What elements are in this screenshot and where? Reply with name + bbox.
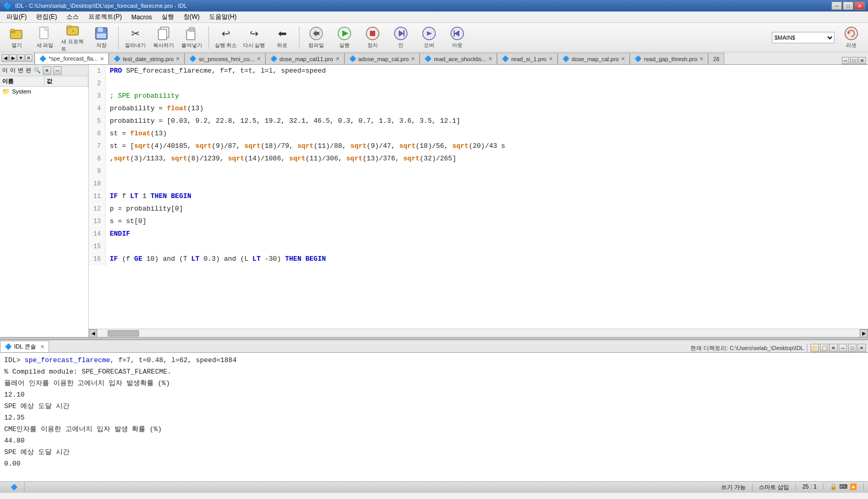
tab-test-date-close[interactable]: ✕ <box>176 56 180 62</box>
cut-button[interactable]: ✂ 잘라내기 <box>122 25 149 51</box>
step-over-icon <box>421 26 437 41</box>
reset-button[interactable]: 리셋 <box>838 25 865 51</box>
new-file-button[interactable]: 새 파일 <box>31 25 59 51</box>
menu-window[interactable]: 창(W) <box>179 12 204 22</box>
tab-list-btn[interactable]: ▼ <box>17 54 25 62</box>
line-num-3: 3 <box>89 90 106 102</box>
svg-text:+: + <box>72 28 75 34</box>
h-scroll-thumb[interactable] <box>108 330 139 336</box>
step-over-button[interactable]: 오버 <box>415 25 443 51</box>
console-result-5: SPE 예상 도달 시간 <box>4 402 70 410</box>
tab-gap-close[interactable]: ✕ <box>699 56 703 62</box>
console-output[interactable]: IDL> spe_forecast_flarecme, f=7, t=0.48,… <box>0 353 868 481</box>
maximize-button[interactable]: □ <box>843 2 853 10</box>
tab-bar-right: ─ □ ✕ <box>842 57 868 64</box>
menu-run[interactable]: 실행 <box>157 12 178 22</box>
line-content-11: IF f LT 1 THEN BEGIN <box>106 190 191 203</box>
minimize-button[interactable]: ─ <box>831 2 842 10</box>
open-icon <box>8 26 25 41</box>
tab-adose-close[interactable]: ✕ <box>411 56 415 62</box>
tab-close-btn[interactable]: ✕ <box>859 57 866 64</box>
save-button[interactable]: 저장 <box>88 25 115 51</box>
tab-sc-close[interactable]: ✕ <box>257 56 261 62</box>
console-close-btn[interactable]: ✕ <box>858 344 866 352</box>
run-button[interactable]: 실행 <box>331 25 358 51</box>
step-out-button[interactable]: 아웃 <box>444 25 471 51</box>
tab-read-ace[interactable]: 🔷 read_ace_shocklis... ✕ <box>420 53 497 64</box>
tab-close-all[interactable]: ✕ <box>25 54 32 62</box>
toolbar-sep-3 <box>299 26 299 49</box>
menu-source[interactable]: 소스 <box>62 12 83 22</box>
console-tab-close[interactable]: ✕ <box>40 344 44 350</box>
sidebar-item-system[interactable]: 📁 System <box>0 87 88 96</box>
undo-button[interactable]: ↩ 실행 취소 <box>212 25 239 51</box>
sidebar-min-btn[interactable]: ─ <box>53 66 62 75</box>
reset-label: 리셋 <box>846 42 857 49</box>
tab-ace-close[interactable]: ✕ <box>488 56 492 62</box>
code-line-9: 9 <box>89 165 868 178</box>
tab-nav-left[interactable]: ◀ <box>2 54 9 62</box>
console-copy-btn[interactable]: 📋 <box>820 344 828 352</box>
code-area[interactable]: 1 PRO SPE_forecast_flarecme, f=f, t=t, l… <box>89 65 868 329</box>
tab-read-si[interactable]: 🔷 read_si_1.pro ✕ <box>497 53 557 64</box>
redo-button[interactable]: ↪ 다시 실행 <box>240 25 268 51</box>
tab-min-btn[interactable]: ─ <box>842 57 849 64</box>
h-scroll-right-btn[interactable]: ▶ <box>860 329 868 338</box>
tab-dose-map-cal[interactable]: 🔷 dose_map_cal.pro ✕ <box>558 53 630 64</box>
step-out-icon <box>449 26 466 41</box>
console-tab-idl[interactable]: 🔷 IDL 콘솔 ✕ <box>0 341 49 352</box>
tab-spe-forecast[interactable]: 🔷 *spe_forecast_fla... ✕ <box>34 53 109 64</box>
menu-project[interactable]: 프로젝트(P) <box>84 12 126 22</box>
console-result-10: 0.00 <box>4 460 20 468</box>
console-min-btn[interactable]: ─ <box>839 344 847 352</box>
console-max-btn[interactable]: □ <box>848 344 857 352</box>
folder-icon: 📁 <box>2 88 10 95</box>
console-open-dir[interactable]: 📁 <box>811 344 819 352</box>
tab-dose-map-cal11[interactable]: 🔷 dose_map_cal11.pro ✕ <box>265 53 344 64</box>
line-num-16: 16 <box>89 253 106 265</box>
line-content-1: PRO SPE_forecast_flarecme, f=f, t=t, l=l… <box>106 65 326 77</box>
menu-file[interactable]: 파일(F) <box>2 12 31 22</box>
menu-help[interactable]: 도움말(H) <box>205 12 241 22</box>
tab-read-gap[interactable]: 🔷 read_gap_thresh.pro ✕ <box>630 53 708 64</box>
new-project-label: 새 프로젝트 <box>61 38 85 53</box>
open-button[interactable]: 열기 <box>3 25 30 51</box>
new-project-button[interactable]: + 새 프로젝트 <box>60 25 87 51</box>
step-over-label: 오버 <box>424 42 434 49</box>
sidebar-close-btn[interactable]: ✕ <box>43 66 51 75</box>
reset-icon <box>843 26 860 41</box>
menu-edit[interactable]: 편집(E) <box>32 12 61 22</box>
stack-select[interactable]: $MAIN$ <box>772 32 835 43</box>
tab-adose[interactable]: 🔷 adose_map_cal.pro ✕ <box>344 53 420 64</box>
h-scroll-left-btn[interactable]: ◀ <box>89 329 97 338</box>
title-bar-controls[interactable]: ─ □ ✕ <box>831 2 865 10</box>
back-button[interactable]: ⬅ 뒤로 <box>269 25 296 51</box>
tab-nav-right[interactable]: ▶ <box>9 54 17 62</box>
tab-sc-process[interactable]: 🔷 sc_process_hmi_co... ✕ <box>184 53 265 64</box>
tab-si-close[interactable]: ✕ <box>549 56 553 62</box>
copy-button[interactable]: 복사하기 <box>150 25 177 51</box>
tab-spe-forecast-close[interactable]: ✕ <box>100 56 104 62</box>
console-line-9: SPE 예상 도달 시간 <box>4 447 864 458</box>
console-line-3: 플레어 인자를 이용한 고에너지 입자 발생확률 (%) <box>4 378 864 389</box>
tab-test-date[interactable]: 🔷 test_date_string.pro ✕ <box>109 53 184 64</box>
tab-dose11-close[interactable]: ✕ <box>335 56 340 62</box>
menu-macros[interactable]: Macros <box>127 12 156 22</box>
undo-label: 실행 취소 <box>215 42 237 49</box>
paste-button[interactable]: 붙여넣기 <box>178 25 205 51</box>
tab-dosecal-close[interactable]: ✕ <box>621 56 625 62</box>
console-params-1: , f=7, t=0.48, l=62, speed=1884 <box>110 356 237 364</box>
title-bar: 🔷 IDL - C:\Users\selab_\Desktop\IDL\spe_… <box>0 0 868 11</box>
status-bar: 🔷 쓰기 가능 스마트 삽입 25 : 1 🔒 ⌨ 🔼 <box>0 481 868 493</box>
tab-overflow[interactable]: 28 <box>708 53 724 64</box>
tab-max-btn[interactable]: □ <box>850 57 858 64</box>
console-result-7: CME인자를 이용한 고에너지 입자 발생 확률 (%) <box>4 425 162 433</box>
close-button[interactable]: ✕ <box>854 2 865 10</box>
step-in-button[interactable]: 인 <box>387 25 414 51</box>
compile-button[interactable]: 컴파일 <box>303 25 330 51</box>
editor-h-scroll[interactable]: ◀ ▶ <box>89 329 868 337</box>
stack-select-container[interactable]: $MAIN$ <box>772 32 835 43</box>
console-clear-btn[interactable]: ✕ <box>829 344 838 352</box>
stop-button[interactable]: 정지 <box>359 25 386 51</box>
tab-gap-icon: 🔷 <box>634 55 642 62</box>
